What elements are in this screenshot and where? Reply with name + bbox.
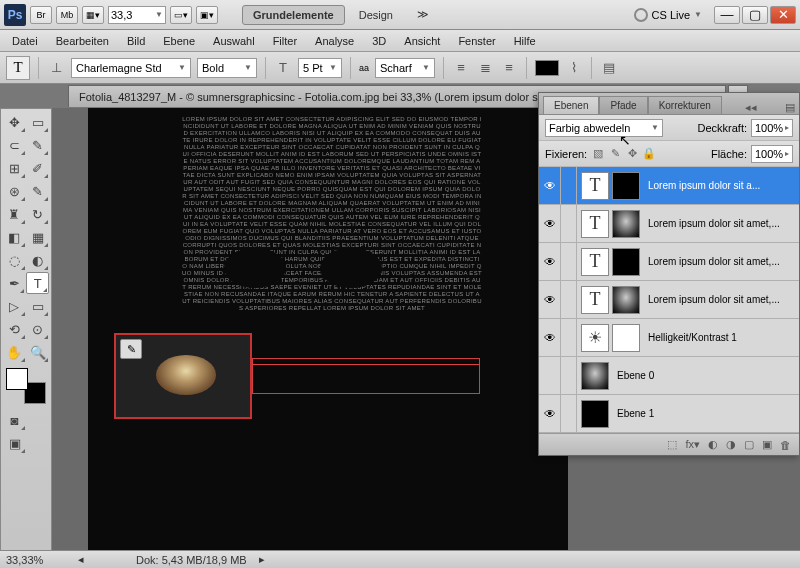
3d-camera-tool[interactable]: ⊙ [27, 318, 50, 340]
align-right-icon[interactable]: ≡ [500, 59, 518, 77]
layer-thumbnail[interactable] [612, 172, 640, 200]
layer-thumbnail[interactable] [612, 210, 640, 238]
font-style-select[interactable]: Bold▼ [197, 58, 257, 78]
menu-analyse[interactable]: Analyse [313, 33, 356, 49]
link-layers-icon[interactable]: ⬚ [667, 438, 677, 451]
antialias-select[interactable]: Scharf▼ [375, 58, 435, 78]
bridge-button[interactable]: Br [30, 6, 52, 24]
status-doc-size[interactable]: Dok: 5,43 MB/18,9 MB [136, 554, 247, 566]
dodge-tool[interactable]: ◐ [27, 249, 50, 271]
layer-fx-icon[interactable]: fx▾ [685, 438, 700, 451]
hand-tool[interactable]: ✋ [3, 341, 26, 363]
menu-bearbeiten[interactable]: Bearbeiten [54, 33, 111, 49]
layer-name-label[interactable]: Ebene 0 [613, 370, 799, 381]
cslive-label[interactable]: CS Live [652, 9, 691, 21]
delete-layer-icon[interactable]: 🗑 [780, 439, 791, 451]
lock-transparency-icon[interactable]: ▧ [591, 147, 605, 160]
lock-all-icon[interactable]: 🔒 [642, 147, 656, 160]
pen-tool[interactable]: ✒ [3, 272, 25, 294]
minimize-button[interactable]: ― [714, 6, 740, 24]
path-select-tool[interactable]: ▷ [3, 295, 26, 317]
fill-input[interactable]: 100%▸ [751, 145, 793, 163]
menu-ansicht[interactable]: Ansicht [402, 33, 442, 49]
stamp-tool[interactable]: ♜ [3, 203, 26, 225]
layer-thumbnail[interactable] [581, 324, 609, 352]
layer-row[interactable]: 👁TLorem ipsum dolor sit a... [539, 167, 799, 205]
move-tool[interactable]: ✥ [3, 111, 26, 133]
workspace-more-button[interactable]: ≫ [407, 5, 439, 24]
layer-row[interactable]: 👁Ebene 1 [539, 395, 799, 433]
layer-thumbnail[interactable]: T [581, 172, 609, 200]
layer-name-label[interactable]: Helligkeit/Kontrast 1 [644, 332, 799, 343]
3d-rotate-tool[interactable]: ⟲ [3, 318, 26, 340]
brush-tool[interactable]: ✎ [27, 180, 50, 202]
menu-3d[interactable]: 3D [370, 33, 388, 49]
view-extras-button[interactable]: ▦▾ [82, 6, 104, 24]
arrange-button[interactable]: ▭▾ [170, 6, 192, 24]
layer-row[interactable]: 👁Helligkeit/Kontrast 1 [539, 319, 799, 357]
text-color-swatch[interactable] [535, 60, 559, 76]
group-icon[interactable]: ▢ [744, 438, 754, 451]
visibility-toggle[interactable]: 👁 [539, 243, 561, 280]
layer-row[interactable]: 👁TLorem ipsum dolor sit amet,... [539, 205, 799, 243]
layer-thumbnail[interactable] [612, 286, 640, 314]
menu-hilfe[interactable]: Hilfe [512, 33, 538, 49]
layer-name-label[interactable]: Lorem ipsum dolor sit amet,... [644, 256, 799, 267]
status-scroll-left-icon[interactable]: ◂ [78, 553, 84, 566]
layer-thumbnail[interactable]: T [581, 248, 609, 276]
layer-thumbnail[interactable] [612, 324, 640, 352]
lasso-tool[interactable]: ⊂ [3, 134, 26, 156]
layer-name-label[interactable]: Lorem ipsum dolor sit a... [644, 180, 799, 191]
navigator-preview[interactable]: ✎ [114, 333, 252, 419]
menu-ebene[interactable]: Ebene [161, 33, 197, 49]
text-orientation-icon[interactable]: ⊥ [47, 59, 65, 77]
screenmode-toggle[interactable]: ▣ [3, 432, 26, 454]
visibility-toggle[interactable]: 👁 [539, 281, 561, 318]
lock-position-icon[interactable]: ✥ [625, 147, 639, 160]
layer-name-label[interactable]: Lorem ipsum dolor sit amet,... [644, 294, 799, 305]
layer-thumbnail[interactable] [612, 248, 640, 276]
layer-thumbnail[interactable] [581, 362, 609, 390]
close-button[interactable]: ✕ [770, 6, 796, 24]
visibility-toggle[interactable] [539, 357, 561, 394]
quickmask-toggle[interactable]: ◙ [3, 409, 26, 431]
quick-select-tool[interactable]: ✎ [27, 134, 50, 156]
opacity-input[interactable]: 100%▸ [751, 119, 793, 137]
tab-pfade[interactable]: Pfade [599, 96, 647, 114]
zoom-tool[interactable]: 🔍 [27, 341, 50, 363]
align-left-icon[interactable]: ≡ [452, 59, 470, 77]
lock-pixels-icon[interactable]: ✎ [608, 147, 622, 160]
layer-thumbnail[interactable]: T [581, 286, 609, 314]
layer-row[interactable]: 👁TLorem ipsum dolor sit amet,... [539, 281, 799, 319]
maximize-button[interactable]: ▢ [742, 6, 768, 24]
navigator-tool-icon[interactable]: ✎ [120, 339, 142, 359]
character-panel-icon[interactable]: ▤ [600, 59, 618, 77]
workspace-design-tab[interactable]: Design [349, 6, 403, 24]
warp-text-icon[interactable]: ⌇ [565, 59, 583, 77]
panel-menu-icon[interactable]: ▤ [785, 101, 795, 114]
font-family-select[interactable]: Charlemagne Std▼ [71, 58, 191, 78]
adjustment-layer-icon[interactable]: ◑ [726, 438, 736, 451]
visibility-toggle[interactable]: 👁 [539, 205, 561, 242]
crop-tool[interactable]: ⊞ [3, 157, 26, 179]
current-tool-indicator[interactable]: T [6, 56, 30, 80]
foreground-swatch[interactable] [6, 368, 28, 390]
screen-mode-button[interactable]: ▣▾ [196, 6, 218, 24]
tab-korrekturen[interactable]: Korrekturen [648, 96, 722, 114]
eraser-tool[interactable]: ◧ [3, 226, 26, 248]
layer-mask-icon[interactable]: ◐ [708, 438, 718, 451]
layer-row[interactable]: Ebene 0 [539, 357, 799, 395]
menu-datei[interactable]: Datei [10, 33, 40, 49]
menu-bild[interactable]: Bild [125, 33, 147, 49]
minibridge-button[interactable]: Mb [56, 6, 78, 24]
visibility-toggle[interactable]: 👁 [539, 167, 561, 204]
visibility-toggle[interactable]: 👁 [539, 395, 561, 432]
status-zoom[interactable]: 33,33% [6, 554, 66, 566]
shape-tool[interactable]: ▭ [27, 295, 50, 317]
new-layer-icon[interactable]: ▣ [762, 438, 772, 451]
tab-ebenen[interactable]: Ebenen [543, 96, 599, 114]
layer-name-label[interactable]: Ebene 1 [613, 408, 799, 419]
healing-tool[interactable]: ⊛ [3, 180, 26, 202]
menu-filter[interactable]: Filter [271, 33, 299, 49]
layer-thumbnail[interactable]: T [581, 210, 609, 238]
